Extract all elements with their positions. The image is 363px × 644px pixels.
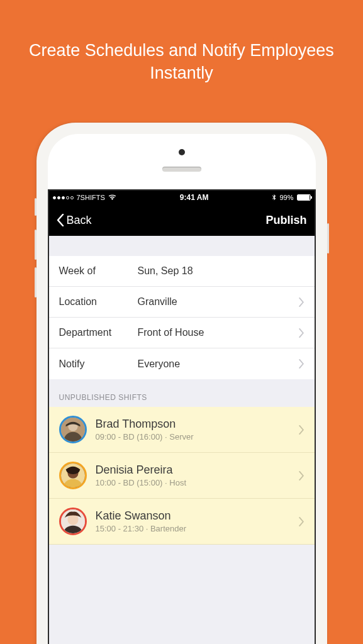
status-bar: 7SHIFTS 9:41 AM 99% [49,191,315,204]
svg-point-7 [67,514,78,525]
shift-row[interactable]: Katie Swanson 15:00 - 21:30 · Bartender [49,499,315,545]
shift-row[interactable]: Denisia Pereira 10:00 - BD (15:00) · Hos… [49,453,315,499]
avatar-placeholder-icon [61,418,85,441]
phone-screen: 7SHIFTS 9:41 AM 99% [48,189,316,644]
setting-value: Granville [138,296,298,308]
battery-percent: 99% [279,194,293,201]
shift-detail: 10:00 - BD (15:00) · Host [96,478,289,487]
setting-label: Notify [59,358,138,370]
shift-detail: 15:00 - 21:30 · Bartender [96,524,289,533]
setting-row-department[interactable]: Department Front of House [49,318,315,348]
chevron-right-icon [298,297,304,307]
nav-bar: Back Publish [49,204,315,236]
setting-value: Sun, Sep 18 [138,265,304,277]
setting-row-notify[interactable]: Notify Everyone [49,348,315,379]
mute-switch [35,198,36,216]
speaker-grille-icon [162,167,201,172]
signal-strength-icon [53,196,74,199]
avatar [59,462,87,489]
volume-up-button [35,230,36,260]
volume-down-button [35,267,36,297]
carrier-label: 7SHIFTS [77,194,105,201]
shifts-list: Brad Thompson 09:00 - BD (16:00) · Serve… [49,407,315,545]
shift-name: Brad Thompson [96,418,289,431]
bluetooth-icon [272,194,276,201]
shift-row[interactable]: Brad Thompson 09:00 - BD (16:00) · Serve… [49,407,315,453]
avatar [59,416,87,443]
power-button [327,223,329,253]
battery-icon [297,194,311,201]
chevron-right-icon [298,471,304,480]
spacer [49,236,315,256]
phone-frame: 7SHIFTS 9:41 AM 99% [36,123,327,644]
front-camera-icon [179,149,185,155]
setting-row-location[interactable]: Location Granville [49,287,315,318]
avatar [59,508,87,535]
setting-value: Everyone [138,358,298,370]
shift-detail: 09:00 - BD (16:00) · Server [96,432,289,441]
settings-list: Week of Sun, Sep 18 Location Granville D… [49,256,315,379]
setting-value: Front of House [138,327,298,338]
setting-row-week[interactable]: Week of Sun, Sep 18 [49,256,315,287]
chevron-right-icon [298,517,304,526]
chevron-left-icon [57,214,64,226]
marketing-tagline: Create Schedules and Notify Employees In… [0,0,363,85]
status-time: 9:41 AM [180,193,209,202]
chevron-right-icon [298,425,304,435]
avatar-placeholder-icon [61,509,85,533]
back-button[interactable]: Back [57,214,92,227]
setting-label: Week of [59,265,138,277]
back-label: Back [67,214,92,227]
section-header-unpublished: UNPUBLISHED SHIFTS [49,379,315,407]
publish-button[interactable]: Publish [265,214,306,227]
shift-name: Denisia Pereira [96,464,289,477]
setting-label: Location [59,296,138,308]
wifi-icon [108,194,116,201]
chevron-right-icon [298,359,304,369]
chevron-right-icon [298,328,304,338]
setting-label: Department [59,327,138,338]
shift-name: Katie Swanson [96,509,289,523]
avatar-placeholder-icon [61,464,85,487]
